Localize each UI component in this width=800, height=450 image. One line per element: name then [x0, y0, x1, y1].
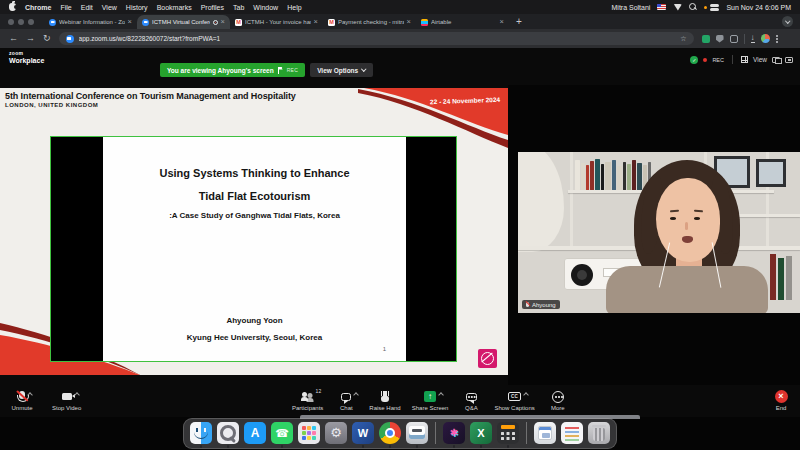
extension-icon[interactable]	[702, 35, 710, 43]
settings-dock-icon[interactable]	[325, 422, 347, 444]
stop-video-button[interactable]: Stop Video	[52, 390, 81, 411]
forward-button[interactable]: →	[26, 34, 35, 43]
unmute-icon	[19, 391, 25, 399]
more-icon-wrap	[552, 390, 564, 403]
chevron-up-icon[interactable]	[438, 392, 444, 398]
participants-icon-wrap: 12	[301, 390, 314, 403]
wifi-icon[interactable]	[673, 4, 682, 11]
input-language-flag-icon[interactable]	[657, 4, 666, 10]
side-by-side-icon[interactable]	[772, 57, 780, 63]
chevron-up-icon[interactable]	[523, 392, 529, 398]
menu-item-profiles[interactable]: Profiles	[201, 4, 224, 11]
chevron-up-icon[interactable]	[354, 392, 360, 398]
downloads-dock-icon[interactable]	[534, 422, 556, 444]
apple-menu-icon[interactable]	[9, 3, 16, 11]
share-screen-icon	[424, 391, 436, 402]
chrome-dock-icon[interactable]	[379, 422, 401, 444]
launchpad-dock-icon[interactable]	[298, 422, 320, 444]
back-button[interactable]: ←	[9, 34, 18, 43]
divider	[732, 55, 733, 64]
appstore-dock-icon[interactable]	[244, 422, 266, 444]
menubar-items: ChromeFileEditViewHistoryBookmarksProfil…	[25, 4, 302, 11]
screen-share-banner: You are viewing Ahyoung's screen REC Vie…	[160, 63, 373, 77]
browser-tab[interactable]: ICTMH - Your invoice has be×	[230, 15, 323, 29]
notes-stack-dock-icon[interactable]	[561, 422, 583, 444]
conference-location: LONDON, UNITED KINGDOM	[5, 102, 98, 108]
menu-item-history[interactable]: History	[126, 4, 148, 11]
menu-item-file[interactable]: File	[60, 4, 71, 11]
tab-close-icon[interactable]: ×	[221, 18, 225, 26]
quicktime-dock-icon[interactable]	[217, 422, 239, 444]
whatsapp-dock-icon[interactable]	[271, 422, 293, 444]
running-indicator-dot	[389, 445, 392, 448]
trash-dock-icon[interactable]	[588, 422, 610, 444]
menu-item-help[interactable]: Help	[287, 4, 301, 11]
control-center-icon[interactable]	[710, 3, 719, 11]
extensions-puzzle-icon[interactable]	[730, 35, 738, 43]
view-grid-icon[interactable]	[741, 56, 748, 63]
participants-button[interactable]: 12Participants	[292, 390, 323, 411]
menu-item-window[interactable]: Window	[253, 4, 278, 11]
menu-item-chrome[interactable]: Chrome	[25, 4, 51, 11]
menubar-username[interactable]: Mitra Soltani	[612, 4, 651, 11]
tab-search-button[interactable]	[782, 16, 793, 27]
window-close-button[interactable]	[8, 19, 14, 25]
shield-extension-icon[interactable]	[716, 35, 724, 43]
menu-item-view[interactable]: View	[102, 4, 117, 11]
screenshot-preview-dock-icon[interactable]	[406, 422, 428, 444]
running-indicator-dot	[507, 445, 510, 448]
meeting-security-shield-icon[interactable]	[690, 56, 698, 64]
end-button[interactable]: End	[769, 390, 793, 411]
calculator-dock-icon[interactable]	[497, 422, 519, 444]
excel-dock-icon[interactable]	[470, 422, 492, 444]
browser-tab[interactable]: Webinar Information - Zoom×	[44, 15, 137, 29]
slide-title-line1: Using Systems Thinking to Enhance	[103, 167, 406, 179]
tab-close-icon[interactable]: ×	[500, 18, 504, 26]
zoom-workplace-logo: zoom Workplace	[9, 51, 44, 64]
raise-hand-button[interactable]: Raise Hand	[369, 390, 400, 411]
chat-button[interactable]: Chat	[334, 390, 358, 411]
word-dock-icon[interactable]	[352, 422, 374, 444]
menu-item-bookmarks[interactable]: Bookmarks	[157, 4, 192, 11]
view-button-label[interactable]: View	[753, 56, 767, 63]
browser-tab[interactable]: Airtable×	[416, 15, 509, 29]
window-controls[interactable]	[8, 14, 44, 29]
spotlight-search-icon[interactable]	[689, 3, 697, 11]
qa-button[interactable]: Q&A	[459, 390, 483, 411]
menu-item-edit[interactable]: Edit	[81, 4, 93, 11]
participants-icon	[301, 392, 314, 402]
browser-tab[interactable]: Payment checking - mitraso×	[323, 15, 416, 29]
browser-tab[interactable]: ICTMH Virtual Conferenc×	[137, 15, 230, 29]
address-bar[interactable]: app.zoom.us/wc/82228260072/start?fromPWA…	[59, 32, 694, 45]
window-minimize-button[interactable]	[18, 19, 24, 25]
tab-close-icon[interactable]: ×	[314, 18, 318, 26]
tab-title: Webinar Information - Zoom	[59, 19, 125, 25]
tab-close-icon[interactable]: ×	[128, 18, 132, 26]
downloads-icon[interactable]: ↓	[751, 34, 755, 44]
mic-in-use-indicator	[704, 6, 707, 9]
fullscreen-icon[interactable]	[785, 57, 793, 63]
slide-page-number: 1	[383, 346, 386, 352]
finder-dock-icon[interactable]	[190, 422, 212, 444]
menu-item-tab[interactable]: Tab	[233, 4, 244, 11]
browser-menu-icon[interactable]	[776, 35, 778, 37]
participants-label: Participants	[292, 405, 323, 411]
unmute-button[interactable]: Unmute	[10, 390, 34, 411]
profile-avatar[interactable]	[761, 34, 770, 43]
reload-button[interactable]: ↻	[43, 34, 51, 43]
tab-close-icon[interactable]: ×	[407, 18, 411, 26]
menubar-clock[interactable]: Sun Nov 24 6:06 PM	[726, 4, 791, 11]
window-zoom-button[interactable]	[28, 19, 34, 25]
pixelmator-dock-icon[interactable]	[443, 422, 465, 444]
browser-tabstrip: Webinar Information - Zoom×ICTMH Virtual…	[0, 14, 800, 29]
view-options-button[interactable]: View Options	[310, 63, 373, 77]
new-tab-button[interactable]: +	[516, 15, 522, 29]
share-screen-button[interactable]: Share Screen	[412, 390, 449, 411]
viewing-screen-banner: You are viewing Ahyoung's screen REC	[160, 63, 305, 77]
end-icon	[775, 390, 788, 403]
end-icon-wrap	[775, 390, 788, 403]
bookmark-star-icon[interactable]: ☆	[680, 35, 686, 43]
more-button[interactable]: More	[546, 390, 570, 411]
browser-toolbar: ← → ↻ app.zoom.us/wc/82228260072/start?f…	[0, 29, 800, 48]
captions-button[interactable]: Show Captions	[494, 390, 534, 411]
